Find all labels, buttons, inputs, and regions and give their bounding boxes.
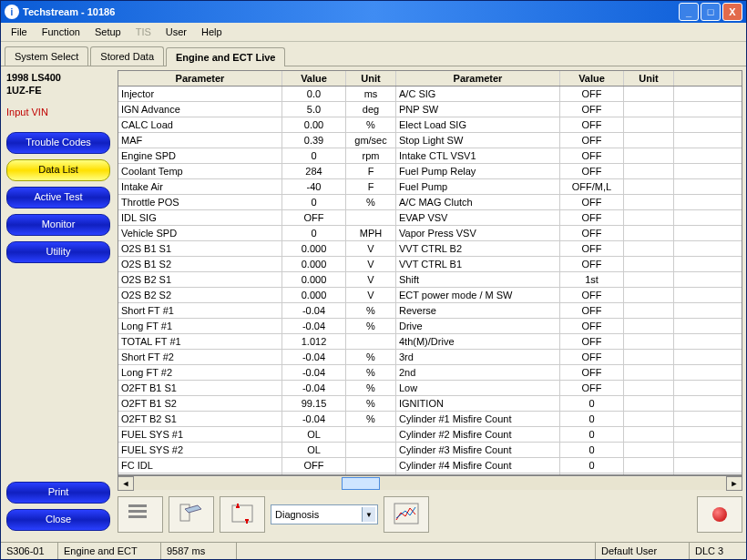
param-name: 4th(M)/Drive: [396, 334, 560, 349]
data-row[interactable]: TOTAL FT #11.0124th(M)/DriveOFF: [118, 334, 742, 350]
data-row[interactable]: FUEL SYS #1OLCylinder #2 Misfire Count0: [118, 427, 742, 443]
data-row[interactable]: FUEL SYS #2OLCylinder #3 Misfire Count0: [118, 443, 742, 458]
param-value: 0.39: [282, 133, 346, 148]
scroll-thumb[interactable]: [342, 477, 380, 490]
tab-engine-and-ect-live[interactable]: Engine and ECT Live: [166, 47, 285, 66]
data-row[interactable]: Long FT #1-0.04%DriveOFF: [118, 319, 742, 334]
menu-function[interactable]: Function: [36, 25, 87, 39]
data-row[interactable]: Vehicle SPD0MPHVapor Press VSVOFF: [118, 226, 742, 241]
col-value[interactable]: Value: [282, 71, 346, 86]
data-grid[interactable]: Parameter Value Unit Parameter Value Uni…: [118, 70, 742, 475]
param-name: O2S B1 S2: [118, 257, 282, 271]
param-name: Reverse: [396, 303, 560, 318]
range-button[interactable]: [220, 496, 265, 533]
param-name: FUEL SYS #1: [118, 427, 282, 442]
scroll-right-arrow[interactable]: ►: [726, 476, 742, 491]
param-value: 0: [282, 226, 346, 240]
scroll-track[interactable]: [134, 477, 726, 490]
tab-system-select[interactable]: System Select: [5, 46, 88, 66]
col-unit[interactable]: Unit: [346, 71, 396, 86]
data-row[interactable]: O2FT B1 S1-0.04%LowOFF: [118, 381, 742, 396]
param-name: VVT CTRL B1: [396, 257, 560, 271]
data-list-button[interactable]: Data List: [6, 159, 110, 181]
param-unit: [624, 443, 674, 457]
data-row[interactable]: Throttle POS0%A/C MAG ClutchOFF: [118, 195, 742, 210]
active-test-button[interactable]: Active Test: [6, 187, 110, 209]
data-row[interactable]: Long FT #2-0.04%2ndOFF: [118, 365, 742, 381]
param-value: -0.04: [282, 365, 346, 380]
data-row[interactable]: CALC Load0.00%Elect Load SIGOFF: [118, 117, 742, 133]
menu-setup[interactable]: Setup: [88, 25, 128, 39]
param-value: 0: [560, 412, 624, 426]
menu-file[interactable]: File: [5, 25, 34, 39]
mode-combobox[interactable]: Diagnosis ▼: [271, 504, 378, 524]
data-row[interactable]: O2FT B1 S299.15%IGNITION0: [118, 396, 742, 412]
scroll-left-arrow[interactable]: ◄: [118, 476, 134, 491]
data-row[interactable]: Coolant Temp284FFuel Pump RelayOFF: [118, 164, 742, 179]
print-button[interactable]: Print: [6, 482, 110, 504]
titlebar: i Techstream - 10186 _ □ X: [1, 1, 746, 23]
monitor-button[interactable]: Monitor: [6, 214, 110, 236]
param-value: OFF: [560, 381, 624, 395]
param-value: -0.04: [282, 381, 346, 395]
graph-button[interactable]: [384, 496, 429, 533]
tab-stored-data[interactable]: Stored Data: [90, 46, 164, 66]
col-parameter[interactable]: Parameter: [118, 71, 282, 86]
data-row[interactable]: O2S B2 S20.000VECT power mode / M SWOFF: [118, 288, 742, 303]
param-unit: [346, 443, 396, 457]
data-row[interactable]: O2FT B2 S1-0.04%Cylinder #1 Misfire Coun…: [118, 412, 742, 427]
maximize-button[interactable]: □: [701, 3, 721, 21]
input-vin-link[interactable]: Input VIN: [6, 107, 108, 117]
data-row[interactable]: Short FT #1-0.04%ReverseOFF: [118, 303, 742, 319]
col-unit-2[interactable]: Unit: [624, 71, 674, 86]
record-button[interactable]: [697, 496, 742, 533]
data-row[interactable]: Engine SPD0rpmIntake CTL VSV1OFF: [118, 148, 742, 164]
data-row[interactable]: Short FT #2-0.04%3rdOFF: [118, 350, 742, 365]
bottom-toolbar: Diagnosis ▼: [118, 491, 742, 538]
param-name: ECT power mode / M SW: [396, 288, 560, 302]
param-value: OFF: [560, 288, 624, 302]
param-unit: [624, 319, 674, 333]
param-name: O2S B1 S1: [118, 241, 282, 256]
tool-button-2[interactable]: [169, 496, 214, 533]
data-row[interactable]: Intake Air-40FFuel PumpOFF/M,L: [118, 179, 742, 195]
trouble-codes-button[interactable]: Trouble Codes: [6, 132, 110, 154]
param-name: Intake Air: [118, 179, 282, 194]
main-panel: Parameter Value Unit Parameter Value Uni…: [114, 66, 746, 542]
close-window-button[interactable]: X: [722, 3, 742, 21]
param-name: Throttle POS: [118, 195, 282, 209]
menu-help[interactable]: Help: [195, 25, 229, 39]
param-value: -40: [282, 179, 346, 194]
param-name: Vehicle SPD: [118, 226, 282, 240]
data-row[interactable]: O2S B1 S20.000VVVT CTRL B1OFF: [118, 257, 742, 272]
data-row[interactable]: MAF0.39gm/secStop Light SWOFF: [118, 133, 742, 148]
list-view-button[interactable]: [118, 496, 163, 533]
param-value: 1st: [560, 272, 624, 287]
data-row[interactable]: O2S B2 S10.000VShift1st: [118, 272, 742, 288]
horizontal-scrollbar[interactable]: ◄ ►: [118, 475, 742, 491]
utility-button[interactable]: Utility: [6, 241, 110, 263]
data-row[interactable]: IGN Advance5.0degPNP SWOFF: [118, 102, 742, 117]
data-row[interactable]: MIL StatusONCylinder #5 Misfire Count0: [118, 473, 742, 475]
status-time: 9587 ms: [161, 543, 237, 559]
svg-rect-0: [128, 504, 147, 507]
col-parameter-2[interactable]: Parameter: [396, 71, 560, 86]
param-name: Cylinder #3 Misfire Count: [396, 443, 560, 457]
menu-user[interactable]: User: [159, 25, 193, 39]
data-row[interactable]: IDL SIGOFFEVAP VSVOFF: [118, 210, 742, 226]
param-value: OL: [282, 443, 346, 457]
param-value: OFF: [560, 210, 624, 225]
param-value: OFF: [560, 148, 624, 163]
close-button[interactable]: Close: [6, 509, 110, 531]
param-name: Cylinder #1 Misfire Count: [396, 412, 560, 426]
param-name: EVAP VSV: [396, 210, 560, 225]
minimize-button[interactable]: _: [679, 3, 699, 21]
param-value: 0.0: [282, 87, 346, 101]
param-unit: [624, 365, 674, 380]
tabbar: System SelectStored DataEngine and ECT L…: [1, 42, 746, 66]
data-row[interactable]: FC IDLOFFCylinder #4 Misfire Count0: [118, 458, 742, 473]
col-value-2[interactable]: Value: [560, 71, 624, 86]
data-row[interactable]: Injector0.0msA/C SIGOFF: [118, 87, 742, 102]
param-name: MAF: [118, 133, 282, 148]
data-row[interactable]: O2S B1 S10.000VVVT CTRL B2OFF: [118, 241, 742, 257]
